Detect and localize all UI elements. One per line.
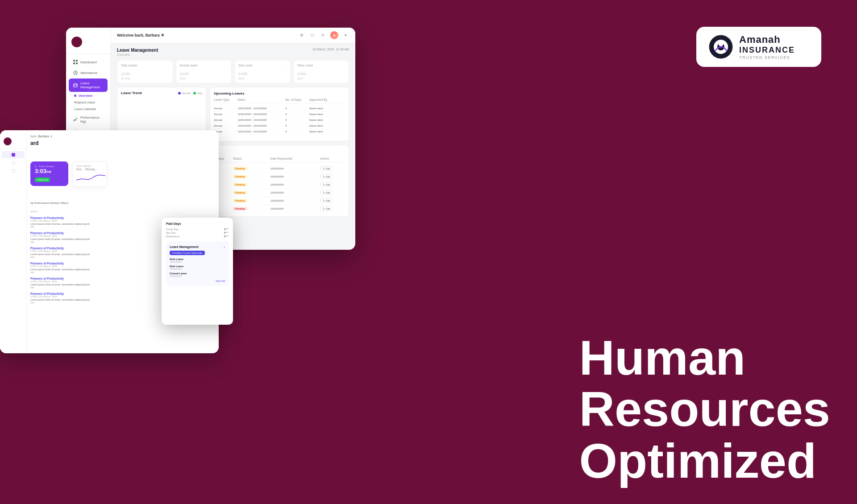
second-sidebar-item-2[interactable] [2,167,25,174]
grid-icon [73,60,78,64]
stat-card-sick: Sick Leave ⋯ 12/20 2024 [234,60,291,83]
settings-icon[interactable]: ⚙ [298,32,305,39]
second-sidebar-item-1[interactable] [2,159,25,166]
annual-dot [178,92,181,95]
hours-label: Hours Worke... [76,165,103,167]
third-window: Paid Days Gross Pay $*** Net Pay $*** De… [162,218,233,325]
stat-label-annual: Annual Leave ⋯ [180,63,228,67]
sidebar-item-performance[interactable]: Performance Mgt [69,113,108,126]
checkout-btn[interactable]: Clock Out [35,178,50,182]
upcoming-menu-icon[interactable]: ⋯ [341,91,345,95]
deductions-label: Deductions [166,235,179,238]
table-row: Annual 12/01/2024 - 21/01/2024 4 Name He… [214,106,345,112]
view-all-link[interactable]: View All [216,280,225,282]
main-header: Welcome back, Barbara ☀ ⚙ ⬡ ↻ B ▾ [111,28,355,43]
logo-text: Amanah INSURANCE TRUSTED SERVICES [739,34,795,60]
view-all-container: View All [170,279,225,282]
hr-headline: Human Resources Optimized [579,332,830,487]
logo-container: Amanah INSURANCE TRUSTED SERVICES [696,27,821,67]
leave-mgmt-header: Leave Management › [170,245,225,249]
net-value: $*** [224,231,229,234]
sidebar-section-leave: Leave Management Overview Request Leave … [66,78,110,112]
upcoming-header: Upcoming Leaves ⋯ [214,91,345,95]
gross-label: Gross Pay [166,228,179,231]
edit-button-0[interactable]: ✎ Edit [320,166,333,171]
refresh-icon[interactable]: ↻ [320,32,327,39]
leave-mgmt-title: Leave Management [170,245,199,248]
sidebar-logo [66,33,110,54]
leave-date-0: 12/01/2024 [170,260,225,263]
upcoming-leaves-card: Upcoming Leaves ⋯ Leave Type Dates No. o… [210,87,349,141]
upcoming-rows: Annual 12/01/2024 - 21/01/2024 4 Name He… [214,106,345,135]
second-sidebar-logo [0,135,26,149]
leave-trend-header: Leave Trend Annual Sick [121,91,202,95]
edit-button-1[interactable]: ✎ Edit [320,174,333,179]
gross-value: $*** [224,228,229,231]
avatar[interactable]: B [330,31,338,39]
stat-label-sick: Sick Leave ⋯ [238,63,287,67]
date-display: 13 March, 2024 11:23 AM [312,48,349,51]
second-window-header-area: back, Barbara ☀ ard [30,135,214,146]
second-sidebar-item-active[interactable] [2,151,25,158]
deductions-value: $*** [224,235,229,238]
second-page-title: ard [30,140,214,146]
sidebar-subitem-overview[interactable]: Overview [66,92,110,99]
pending-menu-icon[interactable]: ⋯ [341,149,345,154]
edit-button-3[interactable]: ✎ Edit [320,190,333,195]
sidebar-subitem-calendar[interactable]: Leave Calendar [66,106,110,112]
stat-label-other: Other Leave ⋯ [297,63,345,67]
stat-value-annual: 12/20 [180,70,228,76]
payroll-details: Gross Pay $*** Net Pay $*** Deductions $… [166,228,229,238]
col-days: No. of Days [285,98,309,101]
paid-days-row: Paid Days [166,222,229,225]
edit-button-2[interactable]: ✎ Edit [320,182,333,187]
checkin-time: 3:03PM [35,168,64,174]
leave-mgmt-arrow[interactable]: › [224,245,225,249]
svg-point-3 [719,42,723,46]
table-row: Annual 12/01/2024 - 21/01/2024 4 Name He… [214,129,345,135]
sidebar-label-dashboard: Dashboard [80,60,97,64]
paid-days-label: Paid Days [166,222,181,225]
status-badge-2: Pending [233,183,247,186]
edit-button-4[interactable]: ✎ Edit [320,198,333,203]
table-row: Annual 12/01/2024 - 21/01/2024 4 Name He… [214,112,345,117]
header-icons: ⚙ ⬡ ↻ B ▾ [298,31,349,39]
chart-icon [73,117,78,122]
sick-dot [193,92,196,95]
leave-item-1: Sick Leave 12/01/2024 [170,265,225,270]
deductions-row: Deductions $*** [166,235,229,238]
svg-rect-7 [76,62,78,64]
col-type: Leave Type [214,98,237,101]
second-sidebar-logo-circle [4,137,12,145]
leave-date-1: 12/01/2024 [170,268,225,270]
svg-rect-6 [73,62,75,64]
second-sidebar [0,130,27,353]
status-badge-0: Pending [233,167,247,170]
sidebar-logo-circle [71,37,82,47]
sidebar-item-attendance[interactable]: Attendance [69,68,108,78]
second-sidebar-items [0,151,26,174]
stat-card-annual: Annual Leave ⋯ 12/20 2024 [176,60,232,83]
sidebar-item-leave[interactable]: Leave Management [69,78,108,92]
leave-item-2: Casual Leave 12/01/2024 [170,272,225,277]
chart-legend: Annual Sick [178,92,202,95]
leave-date-2: 12/01/2024 [170,275,225,277]
leave-mgmt-mini-card: Leave Management › Pending 3 Leave Appro… [166,241,229,286]
leave-pending-badge: Pending 3 Leave Approvals [170,251,205,255]
sidebar-subitem-request[interactable]: Request Leave [66,99,110,106]
active-indicator [74,95,76,97]
sidebar-item-dashboard[interactable]: Dashboard [69,57,108,67]
legend-sick: Sick [193,92,202,95]
edit-button-5[interactable]: ✎ Edit [320,206,333,211]
share-icon[interactable]: ⬡ [309,32,316,39]
table-row: Annual 12/01/2024 - 21/01/2024 4 Name He… [214,117,345,123]
performance-text: ng Performance Review | March [30,202,69,204]
col-dates: Dates [237,98,285,101]
clock-icon [73,70,78,75]
page-subtitle: Overview [117,53,158,56]
leave-trend-title: Leave Trend [121,91,142,95]
active-icon [12,153,15,157]
status-badge-3: Pending [233,191,247,194]
chevron-down-icon[interactable]: ▾ [342,32,349,39]
leave-items: Sick Leave 12/01/2024 Sick Leave 12/01/2… [170,258,225,277]
